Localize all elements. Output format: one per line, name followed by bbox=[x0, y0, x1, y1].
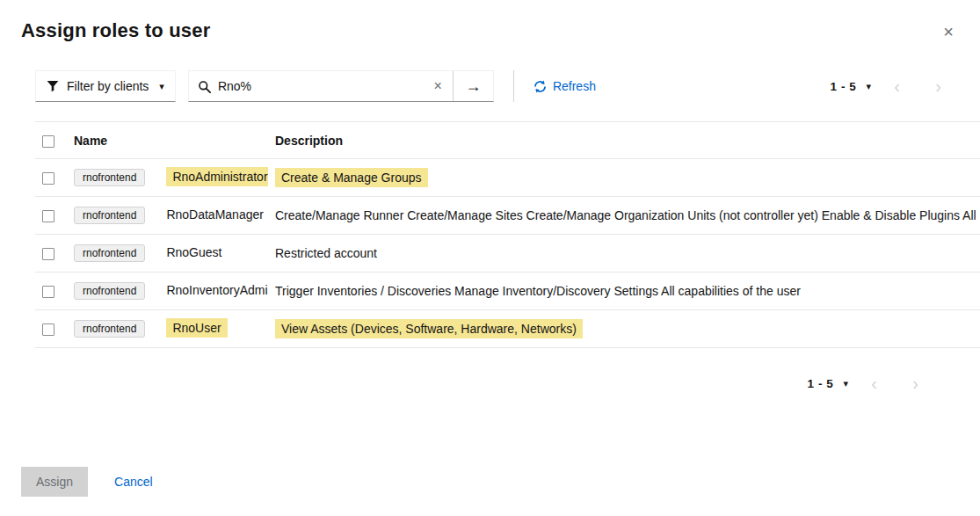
row-checkbox[interactable] bbox=[42, 323, 54, 336]
row-checkbox[interactable] bbox=[42, 286, 54, 298]
role-description: Trigger Inventories / Discoveries Manage… bbox=[275, 284, 801, 298]
pagination-range: 1 - 5 bbox=[807, 377, 833, 390]
search-icon bbox=[189, 80, 216, 93]
next-page-icon[interactable]: › bbox=[895, 374, 936, 392]
client-badge: rnofrontend bbox=[74, 282, 145, 300]
search-submit-button[interactable]: → bbox=[453, 71, 493, 101]
chevron-down-icon: ▾ bbox=[159, 82, 164, 91]
role-name: RnoInventoryAdmin bbox=[166, 283, 268, 297]
chevron-down-icon: ▾ bbox=[843, 379, 848, 389]
client-badge: rnofrontend bbox=[74, 207, 145, 224]
role-description: Create/Manage Runner Create/Manage Sites… bbox=[275, 208, 976, 222]
role-name: RnoGuest bbox=[166, 245, 221, 259]
client-badge: rnofrontend bbox=[74, 169, 145, 186]
table-row: rnofrontendRnoUser View Assets (Devices,… bbox=[35, 310, 980, 348]
pagination-top: 1 - 5 ▾ ‹ › bbox=[824, 77, 959, 95]
toolbar: Filter by clients ▾ × → Refresh bbox=[35, 70, 959, 102]
dialog-header: Assign roles to user × bbox=[0, 0, 980, 44]
pagination-bottom: 1 - 5 ▾ ‹ › bbox=[0, 374, 936, 392]
prev-page-icon[interactable]: ‹ bbox=[853, 374, 895, 392]
search-input[interactable] bbox=[216, 78, 424, 94]
next-page-icon[interactable]: › bbox=[918, 77, 959, 95]
clear-search-icon[interactable]: × bbox=[424, 79, 453, 93]
prev-page-icon[interactable]: ‹ bbox=[876, 77, 918, 95]
pagination-range: 1 - 5 bbox=[830, 80, 856, 93]
table-row: rnofrontendRnoInventoryAdmin Trigger Inv… bbox=[35, 273, 980, 310]
roles-table-body: rnofrontendRnoAdministrator Create & Man… bbox=[35, 159, 980, 348]
role-description: View Assets (Devices, Software, Hardware… bbox=[275, 319, 583, 338]
cancel-button[interactable]: Cancel bbox=[114, 475, 153, 489]
role-description: Create & Manage Groups bbox=[275, 168, 428, 187]
role-name: RnoUser bbox=[166, 318, 227, 338]
roles-table: Name Description rnofrontendRnoAdministr… bbox=[35, 121, 980, 348]
role-name: RnoDataManager bbox=[166, 207, 264, 222]
assign-roles-dialog: Assign roles to user × Filter by clients… bbox=[0, 0, 980, 392]
filter-label: Filter by clients bbox=[67, 79, 149, 93]
pagination-range-dropdown[interactable]: 1 - 5 ▾ bbox=[802, 377, 853, 390]
table-header-row: Name Description bbox=[35, 122, 980, 159]
role-name: RnoAdministrator bbox=[166, 167, 268, 186]
search-group: × → bbox=[188, 70, 494, 102]
description-column-header: Description bbox=[268, 122, 980, 159]
filter-by-clients-dropdown[interactable]: Filter by clients ▾ bbox=[35, 70, 176, 102]
toolbar-divider bbox=[513, 70, 514, 102]
pagination-range-dropdown[interactable]: 1 - 5 ▾ bbox=[824, 80, 876, 93]
row-checkbox[interactable] bbox=[42, 172, 54, 185]
refresh-label: Refresh bbox=[553, 79, 596, 93]
dialog-footer: Assign Cancel bbox=[21, 467, 153, 497]
role-description: Restricted account bbox=[275, 246, 377, 260]
client-badge: rnofrontend bbox=[74, 244, 145, 262]
close-icon[interactable]: × bbox=[938, 19, 959, 44]
chevron-down-icon: ▾ bbox=[866, 82, 871, 91]
table-row: rnofrontendRnoGuest Restricted account bbox=[35, 235, 980, 273]
page-title: Assign roles to user bbox=[21, 19, 211, 42]
refresh-icon bbox=[534, 80, 547, 93]
table-row: rnofrontendRnoDataManager Create/Manage … bbox=[35, 197, 980, 235]
refresh-button[interactable]: Refresh bbox=[534, 79, 596, 93]
row-checkbox[interactable] bbox=[42, 210, 54, 222]
row-checkbox[interactable] bbox=[42, 248, 54, 260]
select-all-checkbox[interactable] bbox=[42, 135, 54, 148]
name-column-header: Name bbox=[67, 122, 268, 159]
client-badge: rnofrontend bbox=[74, 320, 145, 338]
filter-icon bbox=[47, 80, 59, 92]
table-row: rnofrontendRnoAdministrator Create & Man… bbox=[35, 159, 980, 197]
assign-button[interactable]: Assign bbox=[21, 467, 88, 497]
